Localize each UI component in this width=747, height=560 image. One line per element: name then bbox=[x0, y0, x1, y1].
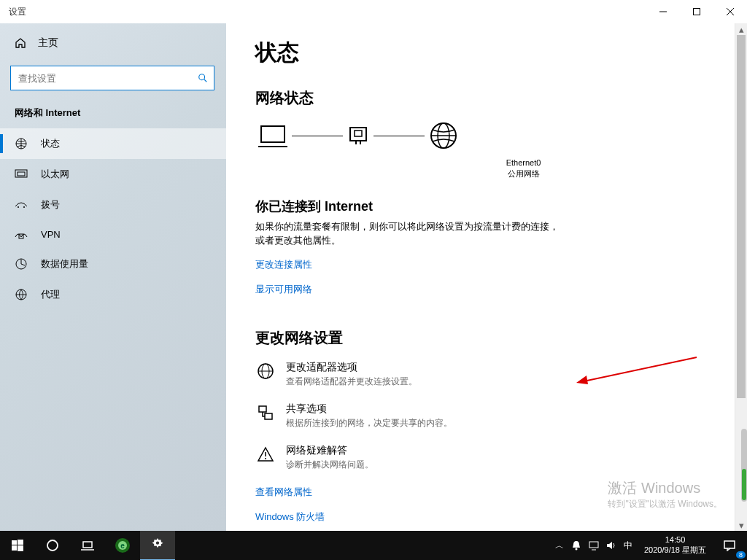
tray-notification-icon[interactable] bbox=[571, 540, 581, 551]
section-change-settings: 更改网络设置 bbox=[255, 328, 705, 348]
link-show-networks[interactable]: 显示可用网络 bbox=[255, 283, 312, 296]
ethernet-icon bbox=[15, 169, 28, 179]
sidebar-item-vpn[interactable]: VPN bbox=[0, 220, 226, 249]
scroll-up-icon[interactable]: ▴ bbox=[735, 23, 747, 35]
scroll-down-icon[interactable]: ▾ bbox=[735, 519, 747, 531]
sharing-icon bbox=[255, 402, 276, 429]
sidebar-home[interactable]: 主页 bbox=[0, 29, 226, 57]
option-adapter[interactable]: 更改适配器选项查看网络适配器并更改连接设置。 bbox=[255, 361, 620, 388]
search-input[interactable] bbox=[17, 72, 198, 85]
diagram-label: Ethernet0公用网络 bbox=[341, 158, 705, 180]
option-title: 更改适配器选项 bbox=[286, 361, 417, 374]
close-button[interactable] bbox=[713, 0, 747, 23]
overlay-scrollbar[interactable] bbox=[741, 429, 747, 502]
start-button[interactable] bbox=[0, 531, 35, 560]
connected-desc: 如果你的流量套餐有限制，则你可以将此网络设置为按流量计费的连接，或者更改其他属性… bbox=[255, 219, 562, 248]
svg-rect-35 bbox=[18, 545, 23, 551]
svg-rect-34 bbox=[12, 545, 17, 551]
sidebar: 主页 网络和 Internet 状态 以太网 拨号 VPN bbox=[0, 23, 226, 531]
window-title: 设置 bbox=[9, 6, 26, 18]
sidebar-item-ethernet[interactable]: 以太网 bbox=[0, 159, 226, 190]
globe-icon bbox=[429, 121, 458, 150]
sidebar-item-label: 状态 bbox=[41, 137, 60, 150]
svg-rect-14 bbox=[261, 126, 285, 142]
sidebar-category: 网络和 Internet bbox=[0, 102, 226, 124]
troubleshoot-icon bbox=[255, 444, 276, 471]
svg-rect-26 bbox=[259, 406, 266, 412]
page-title: 状态 bbox=[255, 38, 705, 68]
svg-rect-1 bbox=[694, 9, 700, 15]
status-icon bbox=[15, 137, 28, 150]
sidebar-item-proxy[interactable]: 代理 bbox=[0, 279, 226, 310]
titlebar: 设置 bbox=[0, 0, 747, 23]
svg-point-9 bbox=[18, 206, 19, 208]
sidebar-item-label: 代理 bbox=[41, 288, 60, 301]
svg-point-29 bbox=[265, 458, 266, 459]
minimize-button[interactable] bbox=[646, 0, 680, 23]
taskbar-clock[interactable]: 14:502020/9/18 星期五 bbox=[638, 535, 712, 556]
link-change-connection[interactable]: 更改连接属性 bbox=[255, 258, 312, 271]
svg-rect-33 bbox=[18, 540, 23, 545]
system-tray[interactable]: ︿ 中 bbox=[549, 540, 638, 552]
sidebar-item-label: 以太网 bbox=[41, 168, 69, 181]
sidebar-item-dialup[interactable]: 拨号 bbox=[0, 190, 226, 220]
svg-point-4 bbox=[199, 74, 205, 80]
activation-watermark: 激活 Windows 转到"设置"以激活 Windows。 bbox=[608, 478, 722, 510]
svg-point-42 bbox=[156, 541, 159, 544]
tray-chevron-icon[interactable]: ︿ bbox=[555, 540, 564, 552]
home-icon bbox=[15, 37, 26, 49]
network-diagram bbox=[258, 121, 705, 150]
svg-point-10 bbox=[23, 206, 25, 208]
sidebar-item-label: 拨号 bbox=[41, 198, 60, 211]
option-title: 共享选项 bbox=[286, 402, 452, 416]
task-view-button[interactable] bbox=[70, 531, 105, 560]
device-icon bbox=[258, 123, 287, 148]
sidebar-item-label: VPN bbox=[41, 229, 61, 240]
sidebar-item-status[interactable]: 状态 bbox=[0, 128, 226, 159]
taskbar-app-settings[interactable] bbox=[140, 530, 175, 560]
svg-rect-27 bbox=[265, 413, 272, 419]
dialup-icon bbox=[15, 201, 28, 209]
tray-volume-icon[interactable] bbox=[606, 540, 616, 551]
option-desc: 根据所连接到的网络，决定要共享的内容。 bbox=[286, 417, 452, 429]
taskbar-app-browser[interactable]: e bbox=[105, 531, 140, 560]
search-box[interactable] bbox=[10, 66, 214, 90]
cortana-button[interactable] bbox=[35, 531, 70, 560]
link-network-props[interactable]: 查看网络属性 bbox=[255, 486, 312, 499]
section-network-status: 网络状态 bbox=[255, 88, 705, 108]
link-firewall[interactable]: Windows 防火墙 bbox=[255, 510, 325, 524]
option-desc: 查看网络适配器并更改连接设置。 bbox=[286, 376, 417, 388]
option-sharing[interactable]: 共享选项根据所连接到的网络，决定要共享的内容。 bbox=[255, 402, 620, 429]
svg-rect-16 bbox=[350, 128, 366, 141]
connected-heading: 你已连接到 Internet bbox=[255, 198, 705, 215]
action-center-button[interactable] bbox=[712, 531, 747, 560]
scrollbar-thumb[interactable] bbox=[737, 35, 746, 398]
search-icon bbox=[198, 73, 208, 83]
data-usage-icon bbox=[15, 257, 28, 271]
taskbar: e ︿ 中 14:502020/9/18 星期五 bbox=[0, 531, 747, 560]
vpn-icon bbox=[15, 230, 28, 240]
svg-text:e: e bbox=[120, 542, 125, 550]
tray-ime[interactable]: 中 bbox=[624, 540, 632, 552]
svg-rect-37 bbox=[83, 542, 92, 548]
svg-rect-46 bbox=[724, 541, 735, 548]
adapter-options-icon bbox=[255, 361, 276, 388]
svg-line-5 bbox=[204, 79, 207, 82]
option-desc: 诊断并解决网络问题。 bbox=[286, 459, 374, 471]
adapter-icon bbox=[347, 125, 369, 147]
sidebar-item-label: 数据使用量 bbox=[41, 257, 88, 271]
maximize-button[interactable] bbox=[680, 0, 713, 23]
option-title: 网络疑难解答 bbox=[286, 444, 374, 457]
sidebar-home-label: 主页 bbox=[38, 36, 58, 50]
svg-point-43 bbox=[576, 548, 578, 551]
svg-rect-44 bbox=[589, 542, 598, 548]
svg-point-36 bbox=[47, 540, 58, 551]
svg-rect-17 bbox=[355, 131, 362, 136]
svg-rect-8 bbox=[18, 172, 25, 176]
tray-network-icon[interactable] bbox=[589, 540, 599, 551]
sidebar-item-data-usage[interactable]: 数据使用量 bbox=[0, 249, 226, 279]
content-area: 状态 网络状态 Ethernet0公用网络 你已连接到 Internet 如果你… bbox=[226, 23, 747, 531]
option-troubleshoot[interactable]: 网络疑难解答诊断并解决网络问题。 bbox=[255, 444, 620, 471]
svg-rect-32 bbox=[12, 540, 17, 545]
proxy-icon bbox=[15, 288, 28, 301]
